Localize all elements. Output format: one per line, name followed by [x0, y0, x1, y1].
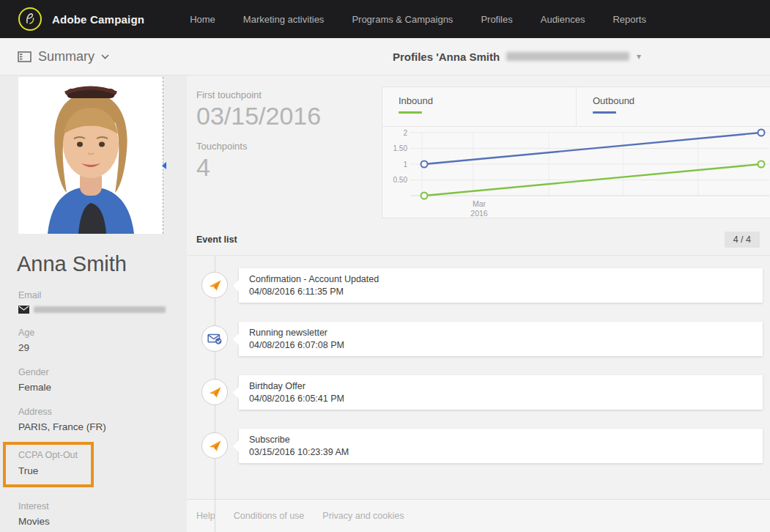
event-row: Birthday Offer 04/08/2016 6:05:41 PM: [201, 375, 770, 410]
nav-item-profiles[interactable]: Profiles: [481, 14, 512, 25]
touchpoints-label: Touchpoints: [196, 141, 382, 152]
breadcrumb: Profiles 'Anna Smith ▾: [393, 51, 641, 63]
legend-inbound-label: Inbound: [399, 95, 576, 106]
paper-plane-icon: [208, 439, 222, 453]
brand-title: Adobe Campaign: [52, 13, 144, 26]
legend-tab-inbound[interactable]: Inbound: [382, 87, 576, 126]
chevron-down-icon: [101, 54, 109, 59]
context-dropdown-caret[interactable]: ▾: [637, 51, 641, 62]
envelope-icon: [18, 306, 29, 314]
event-card[interactable]: Birthday Offer 04/08/2016 6:05:41 PM: [239, 375, 763, 410]
summary-top-section: First touchpoint 03/15/2016 Touchpoints …: [187, 75, 770, 218]
field-ccpa-label: CCPA Opt-Out: [18, 450, 78, 460]
profile-sidebar: Anna Smith Email Age 29 Gender Female Ad…: [0, 75, 187, 532]
paper-plane-icon: [208, 278, 222, 292]
event-datetime: 03/15/2016 10:23:39 AM: [249, 447, 752, 457]
adobe-campaign-logo[interactable]: [18, 7, 42, 31]
touchpoint-chart-card: Inbound Outbound 0.5011.502Mar2016: [382, 86, 770, 218]
event-row: Subscribe 03/15/2016 10:23:39 AM: [201, 429, 770, 463]
nav-item-audiences[interactable]: Audiences: [541, 14, 585, 25]
event-datetime: 04/08/2016 6:05:41 PM: [249, 394, 752, 404]
svg-text:1.50: 1.50: [393, 144, 408, 152]
footer: Help Conditions of use Privacy and cooki…: [187, 499, 770, 532]
event-card[interactable]: Running newsletter 04/08/2016 6:07:08 PM: [239, 322, 763, 356]
field-age-value: 29: [18, 342, 187, 353]
event-4-circle: [201, 432, 228, 459]
field-age-label: Age: [18, 328, 187, 338]
footer-link-help[interactable]: Help: [196, 511, 215, 521]
legend-outbound-label: Outbound: [593, 95, 770, 106]
svg-text:1: 1: [403, 160, 407, 169]
footer-link-privacy[interactable]: Privacy and cookies: [322, 511, 404, 521]
field-interest-value: Movies: [18, 516, 187, 527]
touchpoints-value: 4: [196, 153, 382, 182]
first-touchpoint-value: 03/15/2016: [196, 102, 382, 130]
event-row: Confirmation - Account Updated 04/08/201…: [201, 268, 770, 303]
event-datetime: 04/08/2016 6:07:08 PM: [249, 340, 752, 350]
field-interest-label: Interest: [18, 501, 187, 511]
context-profile-label: Profiles 'Anna Smith: [393, 51, 500, 63]
paper-plane-icon: [208, 385, 222, 399]
event-title: Subscribe: [249, 435, 752, 445]
footer-link-conditions[interactable]: Conditions of use: [234, 511, 305, 521]
nav-item-reports[interactable]: Reports: [612, 14, 646, 25]
field-email-label: Email: [18, 290, 187, 300]
redacted-email-value: [34, 306, 166, 313]
touchpoint-line-chart: 0.5011.502Mar2016: [382, 127, 769, 218]
profile-name: Anna Smith: [17, 252, 187, 276]
redacted-context-text: [506, 52, 629, 61]
field-gender-label: Gender: [18, 367, 187, 377]
event-list-header: Event list 4 / 4: [187, 232, 770, 256]
nav-item-programs-campaigns[interactable]: Programs & Campaigns: [352, 14, 453, 25]
top-nav: Adobe Campaign Home Marketing activities…: [0, 0, 770, 38]
field-address: Address PARIS, France (FR): [18, 407, 187, 432]
field-email: Email: [18, 290, 187, 314]
profile-photo-image: [18, 77, 163, 234]
svg-text:Mar: Mar: [473, 199, 486, 208]
profile-photo: [18, 77, 163, 234]
legend-outbound-swatch: [593, 111, 616, 114]
svg-text:2016: 2016: [470, 209, 488, 218]
view-switcher-dropdown[interactable]: Summary: [18, 49, 109, 64]
main-panel: First touchpoint 03/15/2016 Touchpoints …: [187, 75, 770, 532]
field-ccpa-value: True: [18, 465, 78, 476]
legend-tab-outbound[interactable]: Outbound: [576, 87, 770, 126]
svg-text:2: 2: [403, 129, 407, 137]
field-interest: Interest Movies: [18, 501, 187, 527]
logo-glyph-icon: [23, 12, 37, 26]
recurring-email-icon: [207, 333, 223, 345]
field-gender: Gender Female: [18, 367, 187, 393]
event-card[interactable]: Confirmation - Account Updated 04/08/201…: [239, 268, 763, 303]
touchpoint-stats: First touchpoint 03/15/2016 Touchpoints …: [187, 75, 382, 218]
chart-legend: Inbound Outbound: [382, 87, 770, 127]
event-row: Running newsletter 04/08/2016 6:07:08 PM: [201, 322, 770, 356]
event-3-circle: [201, 379, 228, 405]
event-timeline: Confirmation - Account Updated 04/08/201…: [187, 256, 770, 482]
ccpa-optout-highlight-box: CCPA Opt-Out True: [3, 442, 94, 487]
event-title: Birthday Offer: [249, 381, 752, 391]
field-age: Age 29: [18, 328, 187, 353]
nav-item-home[interactable]: Home: [190, 14, 215, 25]
field-gender-value: Female: [18, 382, 187, 393]
svg-text:0.50: 0.50: [393, 176, 408, 184]
view-switcher-label: Summary: [38, 49, 95, 64]
event-title: Confirmation - Account Updated: [249, 274, 752, 284]
event-2-circle: [201, 325, 228, 352]
nav-item-marketing-activities[interactable]: Marketing activities: [243, 14, 325, 25]
primary-nav: Home Marketing activities Programs & Cam…: [190, 14, 646, 25]
event-datetime: 04/08/2016 6:11:35 PM: [249, 287, 752, 297]
first-touchpoint-label: First touchpoint: [196, 89, 382, 100]
legend-inbound-swatch: [399, 111, 422, 114]
event-count-badge: 4 / 4: [725, 232, 760, 248]
field-address-value: PARIS, France (FR): [18, 421, 187, 432]
content-area: Anna Smith Email Age 29 Gender Female Ad…: [0, 75, 770, 532]
event-1-circle: [201, 272, 228, 298]
event-card[interactable]: Subscribe 03/15/2016 10:23:39 AM: [239, 429, 763, 463]
sub-toolbar: Summary Profiles 'Anna Smith ▾: [0, 38, 770, 75]
field-address-label: Address: [18, 407, 187, 417]
layout-panel-icon: [18, 51, 32, 62]
event-list-title: Event list: [196, 234, 237, 245]
photo-resize-handle[interactable]: [162, 162, 166, 169]
event-title: Running newsletter: [249, 328, 752, 338]
